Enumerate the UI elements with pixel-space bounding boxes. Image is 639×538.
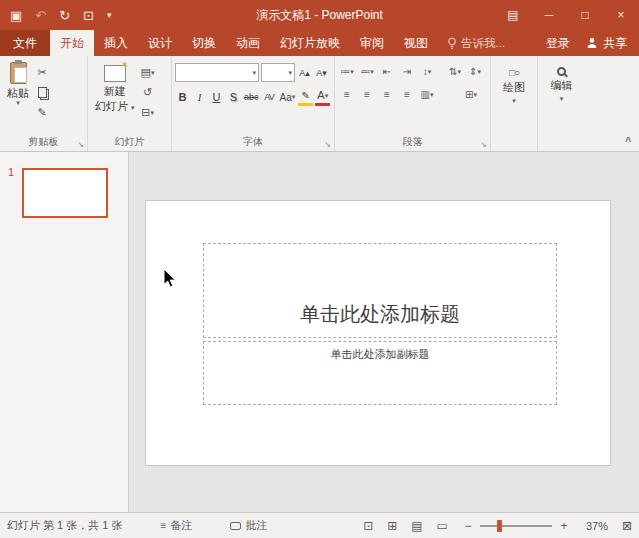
cut-icon[interactable]: ✂ bbox=[33, 64, 51, 81]
comments-label: 批注 bbox=[245, 518, 267, 533]
zoom-level[interactable]: 37% bbox=[576, 520, 608, 532]
underline-button[interactable]: U bbox=[209, 88, 224, 106]
change-case-button[interactable]: Aa▾ bbox=[279, 88, 297, 106]
start-slideshow-icon[interactable]: ⊡ bbox=[83, 8, 94, 23]
share-button[interactable]: 共享 bbox=[580, 30, 639, 56]
font-color-icon[interactable]: A▾ bbox=[315, 88, 330, 106]
maximize-button[interactable]: □ bbox=[567, 0, 603, 30]
lightbulb-icon bbox=[447, 37, 457, 50]
notes-label: 备注 bbox=[170, 518, 192, 533]
subtitle-placeholder[interactable]: 单击此处添加副标题 bbox=[203, 341, 557, 405]
font-name-combobox[interactable]: ▾ bbox=[175, 63, 259, 82]
tab-transitions[interactable]: 切换 bbox=[182, 30, 226, 56]
decrease-indent-icon[interactable]: ⇤ bbox=[378, 63, 396, 80]
section-icon[interactable]: ⊟▾ bbox=[139, 104, 157, 121]
view-switcher: ⊡ ⊞ ▤ ▭ bbox=[363, 519, 448, 533]
sign-in-button[interactable]: 登录 bbox=[536, 30, 580, 56]
bullets-icon[interactable]: ≔▾ bbox=[338, 63, 356, 80]
editing-button[interactable]: 编辑 ▾ bbox=[541, 59, 582, 135]
slide-sorter-view-icon[interactable]: ⊞ bbox=[387, 519, 397, 533]
undo-icon[interactable]: ↶ bbox=[35, 8, 46, 23]
font-dialog-launcher-icon[interactable]: ↘ bbox=[324, 140, 331, 149]
increase-indent-icon[interactable]: ⇥ bbox=[398, 63, 416, 80]
shrink-font-icon[interactable]: A▾ bbox=[314, 64, 329, 82]
slide-thumbnail[interactable] bbox=[22, 168, 108, 218]
tell-me-label: 告诉我... bbox=[461, 36, 505, 51]
align-right-icon[interactable]: ≡ bbox=[378, 86, 396, 103]
paragraph-dialog-launcher-icon[interactable]: ↘ bbox=[480, 140, 487, 149]
text-direction-icon[interactable]: ⇅▾ bbox=[446, 63, 464, 80]
copy-icon[interactable] bbox=[33, 84, 51, 101]
clipboard-dialog-launcher-icon[interactable]: ↘ bbox=[77, 140, 84, 149]
tab-animations[interactable]: 动画 bbox=[226, 30, 270, 56]
titlebar: ▣ ↶ ↻ ⊡ ▾ 演示文稿1 - PowerPoint ▤ ─ □ × bbox=[0, 0, 639, 30]
fit-slide-to-window-icon[interactable]: ⊠ bbox=[622, 519, 632, 533]
title-placeholder[interactable]: 单击此处添加标题 bbox=[203, 243, 557, 338]
justify-icon[interactable]: ≡ bbox=[398, 86, 416, 103]
clipboard-small-buttons: ✂ ✎ bbox=[33, 59, 51, 135]
text-shadow-button[interactable]: S bbox=[226, 88, 241, 106]
tab-review[interactable]: 审阅 bbox=[350, 30, 394, 56]
new-slide-button[interactable]: 新建 幻灯片 ▾ bbox=[91, 59, 139, 135]
grow-font-icon[interactable]: A▴ bbox=[297, 64, 312, 82]
person-icon bbox=[586, 37, 598, 49]
close-button[interactable]: × bbox=[603, 0, 639, 30]
character-spacing-button[interactable]: AV bbox=[262, 88, 277, 106]
zoom-controls: − + 37% ⊠ bbox=[462, 519, 632, 533]
tab-view[interactable]: 视图 bbox=[394, 30, 438, 56]
zoom-slider[interactable] bbox=[480, 520, 552, 532]
font-size-combobox[interactable]: ▾ bbox=[261, 63, 295, 82]
shapes-icon: □○ bbox=[509, 67, 519, 78]
zoom-slider-thumb[interactable] bbox=[497, 520, 502, 532]
layout-icon[interactable]: ▤▾ bbox=[139, 64, 157, 81]
reset-icon[interactable]: ↺ bbox=[139, 84, 157, 101]
strikethrough-button[interactable]: abc bbox=[243, 88, 260, 106]
highlight-color-icon[interactable]: ✎ bbox=[298, 88, 313, 106]
numbering-icon[interactable]: ≕▾ bbox=[358, 63, 376, 80]
collapse-ribbon-icon[interactable]: ^ bbox=[625, 136, 631, 147]
minimize-button[interactable]: ─ bbox=[531, 0, 567, 30]
redo-icon[interactable]: ↻ bbox=[59, 8, 70, 23]
italic-button[interactable]: I bbox=[192, 88, 207, 106]
smartart-icon[interactable]: ⊞▾ bbox=[462, 86, 480, 103]
font-group-label: 字体 bbox=[172, 135, 334, 149]
comments-icon bbox=[230, 522, 241, 530]
reading-view-icon[interactable]: ▤ bbox=[411, 519, 422, 533]
align-center-icon[interactable]: ≡ bbox=[358, 86, 376, 103]
zoom-slider-track bbox=[480, 525, 552, 527]
normal-view-icon[interactable]: ⊡ bbox=[363, 519, 373, 533]
tab-file[interactable]: 文件 bbox=[0, 30, 50, 56]
tab-design[interactable]: 设计 bbox=[138, 30, 182, 56]
tab-home[interactable]: 开始 bbox=[50, 30, 94, 56]
ribbon-display-options-icon[interactable]: ▤ bbox=[495, 0, 531, 30]
notes-button[interactable]: ≡ 备注 bbox=[161, 518, 193, 533]
slide-canvas: 单击此处添加标题 单击此处添加副标题 bbox=[129, 152, 639, 512]
comments-button[interactable]: 批注 bbox=[230, 518, 267, 533]
drawing-button[interactable]: □○ 绘图 ▾ bbox=[494, 59, 534, 135]
chevron-down-icon: ▾ bbox=[131, 104, 135, 111]
clipboard-group-label: 剪贴板 bbox=[0, 135, 87, 149]
paste-label: 粘贴 bbox=[7, 87, 29, 99]
tab-insert[interactable]: 插入 bbox=[94, 30, 138, 56]
align-text-icon[interactable]: ⇕▾ bbox=[466, 63, 484, 80]
slides-small-buttons: ▤▾ ↺ ⊟▾ bbox=[139, 59, 157, 135]
slide[interactable]: 单击此处添加标题 单击此处添加副标题 bbox=[145, 200, 611, 466]
format-painter-icon[interactable]: ✎ bbox=[33, 104, 51, 121]
chevron-down-icon: ▾ bbox=[250, 69, 258, 77]
slideshow-view-icon[interactable]: ▭ bbox=[437, 519, 448, 533]
bold-button[interactable]: B bbox=[175, 88, 190, 106]
align-left-icon[interactable]: ≡ bbox=[338, 86, 356, 103]
paste-button[interactable]: 粘贴 ▾ bbox=[3, 59, 33, 135]
new-slide-icon bbox=[104, 65, 126, 82]
zoom-out-button[interactable]: − bbox=[462, 519, 474, 533]
zoom-in-button[interactable]: + bbox=[558, 519, 570, 533]
line-spacing-icon[interactable]: ↕▾ bbox=[418, 63, 436, 80]
copy-glyph bbox=[38, 87, 47, 98]
save-icon[interactable]: ▣ bbox=[10, 8, 22, 23]
drawing-group: □○ 绘图 ▾ bbox=[491, 56, 538, 151]
editing-group: 编辑 ▾ bbox=[538, 56, 585, 151]
customize-qat-icon[interactable]: ▾ bbox=[107, 10, 112, 20]
tab-slideshow[interactable]: 幻灯片放映 bbox=[270, 30, 350, 56]
tell-me-box[interactable]: 告诉我... bbox=[438, 30, 514, 56]
columns-icon[interactable]: ▥▾ bbox=[418, 86, 436, 103]
